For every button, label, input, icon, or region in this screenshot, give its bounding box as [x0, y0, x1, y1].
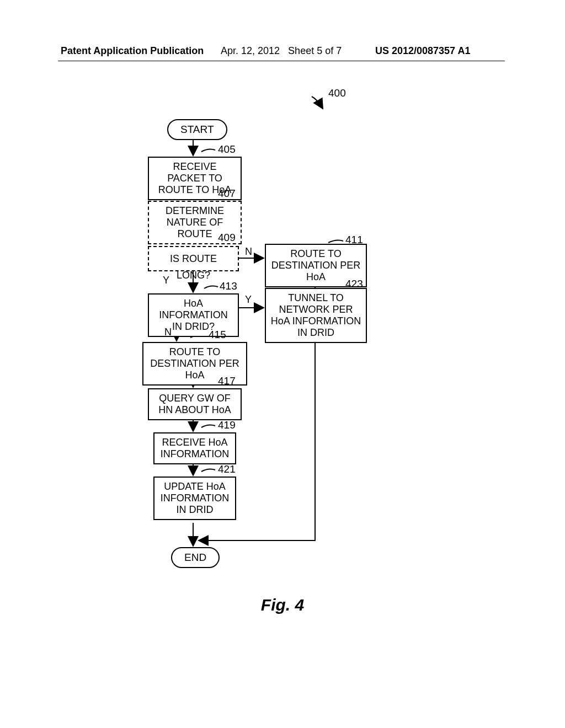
step-417: QUERY GW OF HN ABOUT HoA: [148, 388, 242, 420]
start-label: START: [180, 124, 214, 135]
ref-409: 409: [218, 232, 236, 244]
step-421: UPDATE HoA INFORMATION IN DRID: [153, 477, 236, 520]
end-label: END: [184, 552, 206, 563]
ref-417: 417: [218, 375, 236, 387]
start-terminator: START: [167, 119, 227, 140]
header-sheet: Sheet 5 of 7: [288, 45, 342, 56]
header-rule: [58, 61, 505, 61]
ref-415: 415: [209, 329, 226, 341]
end-terminator: END: [171, 547, 220, 568]
step-419: RECEIVE HoA INFORMATION: [153, 432, 236, 464]
ref-413: 413: [220, 280, 237, 292]
header-left: Patent Application Publication: [61, 45, 204, 57]
flowchart-arrows: [0, 0, 565, 728]
ref-423: 423: [345, 278, 363, 290]
ref-400: 400: [328, 87, 346, 99]
step-417-text: QUERY GW OF HN ABOUT HoA: [158, 393, 231, 415]
header-docnum: US 2012/0087357 A1: [375, 45, 470, 57]
page: Patent Application Publication Apr. 12, …: [0, 0, 565, 728]
label-y-413: Y: [245, 294, 252, 306]
ref-407: 407: [218, 188, 236, 200]
label-y-409: Y: [163, 275, 169, 286]
step-423-text: TUNNEL TO NETWORK PER HoA INFORMATION IN…: [271, 292, 361, 338]
step-421-text: UPDATE HoA INFORMATION IN DRID: [161, 481, 230, 515]
figure-caption: Fig. 4: [0, 596, 565, 614]
label-n-413: N: [164, 326, 172, 338]
step-423: TUNNEL TO NETWORK PER HoA INFORMATION IN…: [265, 288, 367, 343]
header-date: Apr. 12, 2012 Sheet 5 of 7: [221, 45, 342, 57]
step-419-text: RECEIVE HoA INFORMATION: [161, 437, 230, 459]
ref-411: 411: [345, 234, 363, 246]
header-date-text: Apr. 12, 2012: [221, 45, 280, 56]
decision-409-text: IS ROUTE LONG?: [170, 253, 217, 281]
ref-405: 405: [218, 143, 236, 156]
ref-419: 419: [218, 419, 236, 431]
step-407-text: DETERMINE NATURE OF ROUTE: [166, 205, 224, 239]
decision-409: IS ROUTE LONG?: [148, 246, 239, 271]
step-411-text: ROUTE TO DESTINATION PER HoA: [271, 248, 361, 282]
ref-421: 421: [218, 463, 236, 475]
label-n-409: N: [245, 246, 252, 258]
